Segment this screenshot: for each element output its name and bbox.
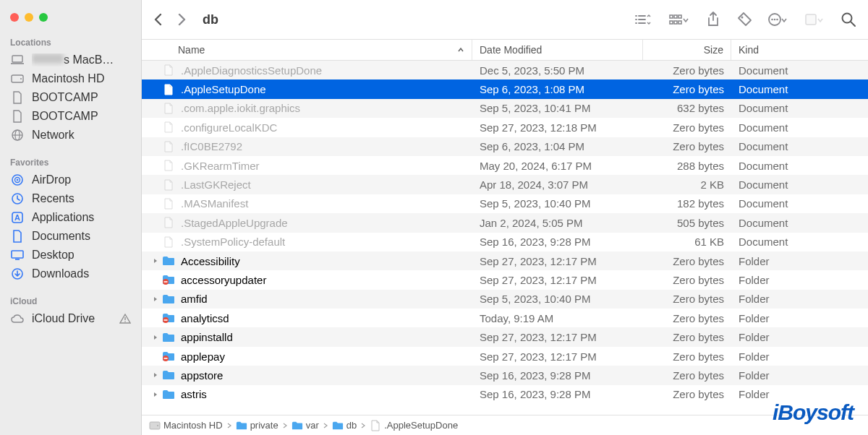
nav-forward-button[interactable] [176,12,187,27]
file-icon [162,216,175,229]
file-kind: Document [731,178,868,191]
minimize-button[interactable] [25,13,33,22]
path-item[interactable]: .AppleSetupDone [370,420,458,431]
close-button[interactable] [10,13,19,22]
file-date: Sep 27, 2023, 12:17 PM [472,274,643,286]
file-name: .configureLocalKDC [181,121,277,134]
view-list-button[interactable] [634,12,652,27]
sidebar-item-label: Downloads [32,267,131,280]
file-icon [162,197,175,210]
column-size[interactable]: Size [643,40,731,60]
warning-icon [119,314,131,324]
path-item[interactable]: Macintosh HD [149,420,223,431]
sidebar-item[interactable]: Documents [0,227,141,246]
file-row[interactable]: .AppleDiagnosticsSetupDoneDec 5, 2023, 5… [142,61,868,79]
file-size: Zero bytes [643,350,731,363]
column-date[interactable]: Date Modified [472,40,643,60]
file-icon [162,178,175,191]
disclosure-triangle[interactable] [149,391,162,398]
file-icon [162,102,175,115]
file-row[interactable]: .com.apple.iokit.graphicsSep 5, 2023, 10… [142,99,868,118]
file-size: Zero bytes [643,388,731,400]
sidebar-item[interactable]: AirDrop [0,171,141,189]
share-button[interactable] [706,12,720,27]
path-item[interactable]: db [332,420,357,431]
tag-button[interactable] [736,12,752,27]
file-name: analyticsd [181,312,229,324]
column-name[interactable]: Name [142,40,472,60]
sidebar-item[interactable]: Recents [0,189,141,208]
watermark: iBoysoft [773,400,854,425]
sidebar-item[interactable]: Macintosh HD [0,69,141,88]
sidebar-item-label: Macintosh HD [32,72,131,85]
file-row[interactable]: analyticsdToday, 9:19 AMZero bytesFolder [142,309,868,327]
file-kind: Folder [731,255,868,267]
disclosure-triangle[interactable] [149,371,162,379]
file-row[interactable]: appinstalldSep 27, 2023, 12:17 PMZero by… [142,327,868,346]
file-size: Zero bytes [643,274,731,286]
file-name: accessoryupdater [181,274,266,286]
file-row[interactable]: .fIC0BE2792Sep 6, 2023, 1:04 PMZero byte… [142,137,868,156]
folder-icon [332,420,344,431]
file-date: Sep 16, 2023, 9:28 PM [472,388,643,400]
disclosure-triangle[interactable] [149,257,162,264]
sidebar-item[interactable]: BOOTCAMP [0,107,141,126]
window-title: db [203,12,218,27]
svg-rect-43 [164,358,168,359]
file-size: Zero bytes [643,331,731,343]
column-kind[interactable]: Kind [731,40,868,60]
sidebar-item-label: Applications [32,211,131,224]
svg-rect-29 [678,21,681,24]
traffic-lights [0,7,141,35]
file-row[interactable]: .StagedAppleUpgradeJan 2, 2024, 5:05 PM5… [142,213,868,232]
file-row[interactable]: .GKRearmTimerMay 20, 2024, 6:17 PM288 by… [142,156,868,175]
action-menu-button[interactable] [768,12,788,27]
file-row[interactable]: accessoryupdaterSep 27, 2023, 12:17 PMZe… [142,270,868,289]
path-item[interactable]: private [236,420,278,431]
sidebar-item[interactable]: s MacB… [0,51,141,69]
sidebar-item[interactable]: AApplications [0,208,141,227]
folder-icon [236,420,247,431]
svg-rect-39 [164,282,168,283]
file-icon [162,159,175,172]
nav-back-button[interactable] [153,12,163,27]
file-row[interactable]: AccessibilitySep 27, 2023, 12:17 PMZero … [142,251,868,270]
file-row[interactable]: .configureLocalKDCSep 27, 2023, 12:18 PM… [142,118,868,137]
desktop-icon [10,250,25,260]
file-row[interactable]: appstoreSep 16, 2023, 9:28 PMZero bytesF… [142,366,868,384]
file-kind: Document [731,236,868,248]
chevron-right-icon [323,423,328,428]
sidebar-item[interactable]: BOOTCAMP [0,88,141,107]
disclosure-triangle[interactable] [149,296,162,303]
sidebar-item[interactable]: Downloads [0,264,141,283]
hdd-icon [149,420,161,431]
file-row[interactable]: .SystemPolicy-defaultSep 16, 2023, 9:28 … [142,233,868,251]
unknown-button[interactable] [804,12,825,27]
folder-icon [162,254,175,267]
file-row[interactable]: astrisSep 16, 2023, 9:28 PMZero bytesFol… [142,385,868,404]
file-row[interactable]: .AppleSetupDoneSep 6, 2023, 1:08 PMZero … [142,79,868,98]
file-row[interactable]: applepaySep 27, 2023, 12:17 PMZero bytes… [142,347,868,366]
sidebar-item[interactable]: Network [0,126,141,145]
file-kind: Document [731,83,868,95]
file-list[interactable]: .AppleDiagnosticsSetupDoneDec 5, 2023, 5… [142,61,868,415]
file-row[interactable]: .MASManifestSep 5, 2023, 10:40 PM182 byt… [142,194,868,213]
search-button[interactable] [841,12,856,27]
file-date: Sep 5, 2023, 10:41 PM [472,102,643,114]
sidebar-item[interactable]: Desktop [0,246,141,264]
path-label: db [346,420,357,431]
path-label: Macintosh HD [163,420,223,431]
path-item[interactable]: var [292,420,319,431]
file-date: Sep 27, 2023, 12:17 PM [472,350,643,363]
fullscreen-button[interactable] [39,13,48,22]
file-row[interactable]: amfidSep 5, 2023, 10:40 PMZero bytesFold… [142,290,868,309]
group-button[interactable] [668,12,690,27]
disclosure-triangle[interactable] [149,334,162,341]
svg-rect-35 [806,14,816,25]
svg-point-34 [776,19,778,21]
file-name: .MASManifest [181,197,248,210]
file-size: Zero bytes [643,140,731,152]
folder-icon [162,388,175,401]
sidebar-item[interactable]: iCloud Drive [0,309,141,328]
file-row[interactable]: .LastGKRejectApr 18, 2024, 3:07 PM2 KBDo… [142,175,868,194]
